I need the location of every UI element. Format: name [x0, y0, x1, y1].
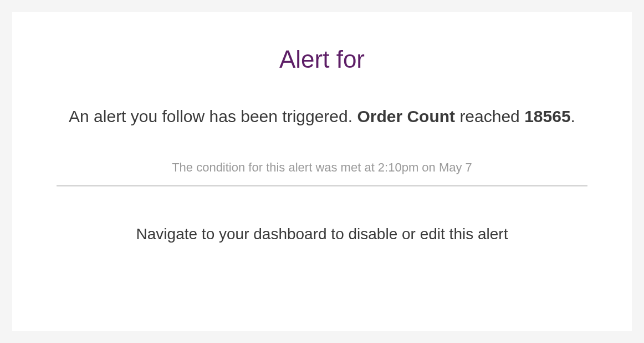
alert-instruction: Navigate to your dashboard to disable or…: [57, 225, 587, 243]
alert-message: An alert you follow has been triggered. …: [57, 104, 587, 130]
alert-message-mid: reached: [455, 107, 524, 125]
alert-condition: The condition for this alert was met at …: [57, 160, 587, 175]
alert-value: 18565: [524, 107, 570, 125]
alert-message-suffix: .: [571, 107, 575, 125]
alert-metric-name: Order Count: [357, 107, 455, 125]
alert-title: Alert for: [57, 46, 587, 73]
divider: [57, 185, 587, 186]
alert-card: Alert for An alert you follow has been t…: [12, 12, 632, 331]
alert-message-prefix: An alert you follow has been triggered.: [69, 107, 357, 125]
